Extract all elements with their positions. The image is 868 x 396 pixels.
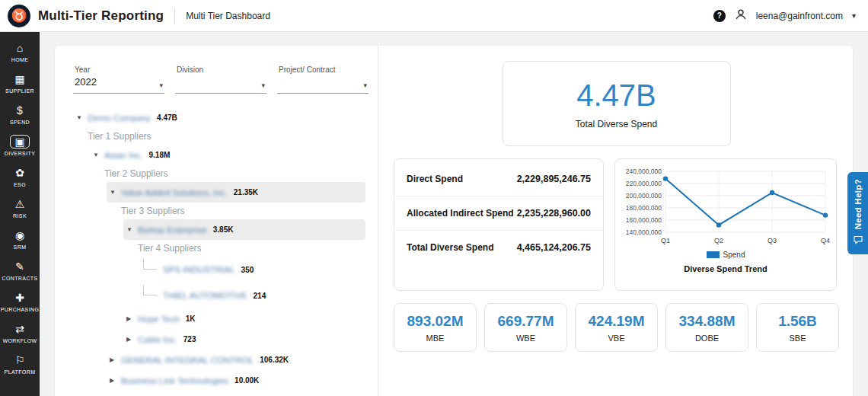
- risk-icon: ⚠: [15, 197, 25, 211]
- supplier-name[interactable]: Cable Inc.: [138, 335, 177, 344]
- division-filter-value: [177, 76, 254, 89]
- supplier-name[interactable]: Bishop Enterprise: [138, 225, 207, 235]
- diverse-spend-trend-chart: 140,000,000160,000,000180,000,000200,000…: [614, 158, 837, 291]
- metric-value: 1.56B: [778, 313, 817, 330]
- tree-row[interactable]: ▼Demo Company4.47B: [73, 107, 365, 128]
- spend-row-value: 4,465,124,206.75: [517, 242, 591, 253]
- collapse-caret-icon[interactable]: ▼: [126, 226, 138, 233]
- user-menu-caret-icon[interactable]: ▾: [852, 11, 856, 20]
- spend-row-value: 2,229,895,246.75: [517, 174, 591, 184]
- year-filter-value: 2022: [75, 76, 152, 89]
- sidebar-item-platform[interactable]: ⚐PLATFORM: [0, 349, 40, 380]
- tree-row[interactable]: THIEL AUTOMOTIVE214: [140, 283, 365, 308]
- table-row: Direct Spend 2,229,895,246.75: [394, 162, 603, 196]
- feedback-icon: [854, 234, 863, 248]
- metric-value: 334.88M: [679, 313, 736, 330]
- tree-row[interactable]: ▶Business Link Technologies10.00K: [107, 370, 365, 391]
- svg-text:140,000,000: 140,000,000: [626, 228, 662, 236]
- division-filter-label: Division: [177, 65, 254, 74]
- sidebar-item-esg[interactable]: ✿ESG: [0, 161, 40, 193]
- collapse-caret-icon[interactable]: ▼: [93, 152, 104, 158]
- tier-label: Tier 3 Suppliers: [121, 203, 378, 219]
- tree-row[interactable]: ▼Value Added Solutions, Inc.21.35K: [107, 182, 365, 203]
- expand-caret-icon[interactable]: ▶: [110, 356, 121, 363]
- sidebar-item-label: SRM: [14, 244, 27, 250]
- chevron-down-icon: ▾: [363, 81, 367, 89]
- platform-icon: ⚐: [15, 353, 25, 367]
- expand-caret-icon[interactable]: ▶: [110, 377, 121, 384]
- metric-card-sbe: 1.56B SBE: [756, 303, 839, 352]
- chevron-down-icon: ▾: [159, 81, 163, 89]
- tree-row[interactable]: ▶Hope Tech1K: [123, 308, 365, 329]
- sidebar-item-contracts[interactable]: ✎CONTRACTS: [0, 255, 40, 286]
- collapse-caret-icon[interactable]: ▼: [76, 114, 88, 121]
- supplier-name[interactable]: Demo Company: [88, 113, 151, 123]
- table-row: Allocated Indirect Spend 2,235,228,960.0…: [394, 196, 603, 231]
- sidebar-item-supplier[interactable]: ▦SUPPLIER: [0, 68, 40, 99]
- user-icon: [735, 8, 747, 24]
- metric-card-wbe: 669.77M WBE: [484, 303, 567, 352]
- spend-row-label: Direct Spend: [407, 174, 463, 184]
- sidebar-item-diversity[interactable]: ▣DIVERSITY: [0, 130, 40, 161]
- spend-row-label: Allocated Indirect Spend: [407, 208, 514, 219]
- sidebar-item-label: HOME: [11, 57, 29, 62]
- tree-row[interactable]: SPS INDUSTRIAL350: [140, 257, 365, 283]
- year-filter[interactable]: Year 2022 ▾: [73, 65, 164, 94]
- total-diverse-spend-card: 4.47B Total Diverse Spend: [503, 61, 731, 146]
- metric-card-mbe: 893.02M MBE: [394, 303, 477, 352]
- need-help-tab[interactable]: Need Help?: [847, 172, 868, 254]
- chevron-down-icon: ▾: [261, 81, 265, 89]
- supplier-amount: 9.18M: [149, 151, 171, 159]
- metric-label: DOBE: [695, 334, 719, 343]
- sidebar-item-risk[interactable]: ⚠RISK: [0, 193, 40, 224]
- legend-swatch: [707, 251, 720, 258]
- svg-text:Q3: Q3: [767, 237, 777, 244]
- expand-caret-icon[interactable]: ▶: [126, 336, 138, 343]
- supplier-amount: 106.32K: [260, 356, 289, 364]
- title-divider: [174, 8, 175, 24]
- metric-value: 424.19M: [589, 313, 645, 330]
- project-contract-filter[interactable]: Project/ Contract ▾: [277, 65, 369, 94]
- collapse-caret-icon[interactable]: ▼: [110, 189, 121, 196]
- sidebar-item-label: CONTRACTS: [2, 276, 37, 281]
- supplier-name[interactable]: THIEL AUTOMOTIVE: [163, 291, 247, 300]
- tree-connector: [143, 285, 157, 295]
- dashboard-card: Year 2022 ▾ Division ▾ Project/ Contract…: [55, 46, 853, 396]
- supplier-name[interactable]: GENERAL INTEGRAL CONTROL: [121, 356, 254, 365]
- chart-legend: Spend: [707, 251, 745, 259]
- need-help-label: Need Help?: [854, 179, 863, 229]
- tree-row[interactable]: ▼Asian Inc.9.18M: [90, 145, 365, 165]
- supplier-name[interactable]: Business Link Technologies: [121, 376, 228, 385]
- sidebar-item-workflow[interactable]: ⇄WORKFLOW: [0, 318, 40, 349]
- supplier-amount: 4.47B: [157, 113, 177, 122]
- sidebar-item-label: DIVERSITY: [5, 151, 36, 156]
- kpi-pane: 4.47B Total Diverse Spend Direct Spend 2…: [378, 46, 854, 396]
- metric-value: 669.77M: [498, 313, 554, 330]
- supplier-name[interactable]: Value Added Solutions, Inc.: [121, 188, 228, 197]
- sidebar-item-label: SPEND: [10, 120, 30, 125]
- division-filter[interactable]: Division ▾: [175, 65, 266, 94]
- tree-row[interactable]: ▼Bishop Enterprise3.85K: [123, 219, 365, 240]
- nav-sidebar: ⌂HOME▦SUPPLIER$SPEND▣DIVERSITY✿ESG⚠RISK◉…: [0, 32, 40, 396]
- supplier-name[interactable]: Hope Tech: [138, 315, 180, 324]
- svg-text:220,000,000: 220,000,000: [626, 180, 662, 187]
- help-icon[interactable]: ?: [713, 10, 726, 22]
- tier-label: Tier 1 Suppliers: [88, 128, 378, 145]
- tree-row[interactable]: ▶Cable Inc.723: [123, 329, 365, 350]
- svg-text:Q1: Q1: [661, 237, 670, 244]
- table-row: Total Diverse Spend 4,465,124,206.75: [394, 231, 603, 264]
- svg-text:240,000,000: 240,000,000: [626, 168, 662, 175]
- supplier-name[interactable]: Asian Inc.: [104, 151, 143, 160]
- gainfront-logo[interactable]: ♉: [8, 5, 30, 27]
- sidebar-item-purchasing[interactable]: ✚PURCHASING: [0, 286, 40, 318]
- expand-caret-icon[interactable]: ▶: [126, 315, 138, 322]
- sidebar-item-spend[interactable]: $SPEND: [0, 99, 40, 130]
- project-filter-label: Project/ Contract: [279, 65, 356, 74]
- tree-row[interactable]: ▶GENERAL INTEGRAL CONTROL106.32K: [107, 350, 365, 370]
- sidebar-item-srm[interactable]: ◉SRM: [0, 224, 40, 255]
- top-bar: ♉ Multi-Tier Reporting Multi Tier Dashbo…: [0, 0, 868, 32]
- supplier-name[interactable]: SPS INDUSTRIAL: [163, 265, 235, 274]
- spend-row-value: 2,235,228,960.00: [517, 208, 591, 219]
- sidebar-item-home[interactable]: ⌂HOME: [0, 37, 40, 68]
- metric-card-dobe: 334.88M DOBE: [665, 303, 748, 352]
